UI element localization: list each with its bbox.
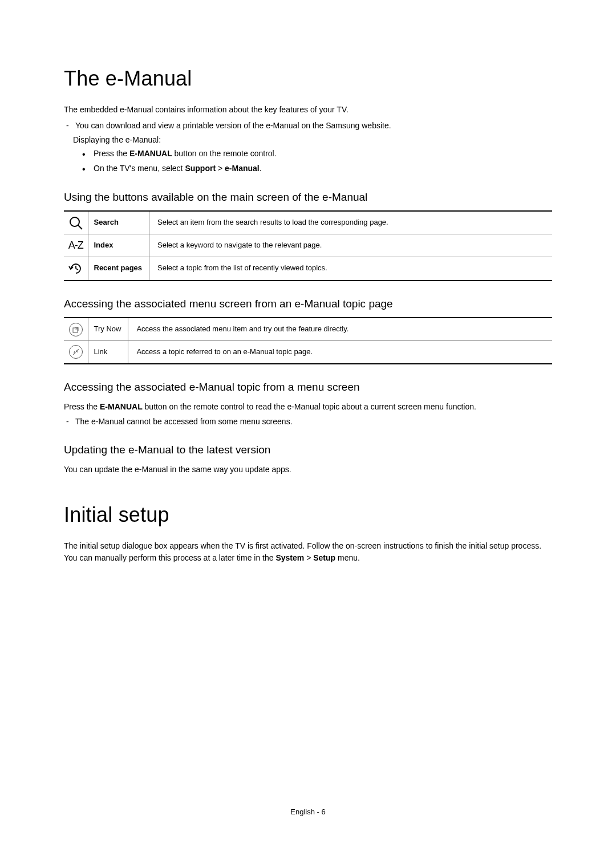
svg-line-3 bbox=[76, 269, 78, 270]
heading-accessing-menu: Accessing the associated menu screen fro… bbox=[64, 296, 552, 312]
row-label: Try Now bbox=[88, 318, 128, 340]
table-topic-actions: Try Now Access the associated menu item … bbox=[64, 317, 552, 364]
bullet-press: Press the E-MANUAL button on the remote … bbox=[82, 148, 552, 159]
updating-paragraph: You can update the e-Manual in the same … bbox=[64, 464, 552, 475]
row-desc: Select an item from the search results t… bbox=[149, 211, 552, 234]
index-icon: A-Z bbox=[64, 234, 88, 257]
bold-emanual: E-MANUAL bbox=[129, 149, 172, 158]
access-paragraph: Press the E-MANUAL button on the remote … bbox=[64, 401, 552, 412]
intro-text: The embedded e-Manual contains informati… bbox=[64, 104, 552, 115]
heading-accessing-topic: Accessing the associated e-Manual topic … bbox=[64, 379, 552, 395]
table-main-buttons: Search Select an item from the search re… bbox=[64, 210, 552, 281]
table-row: A-Z Index Select a keyword to navigate t… bbox=[64, 234, 552, 257]
bullet-menu: On the TV's menu, select Support > e-Man… bbox=[82, 163, 552, 174]
text: button on the remote control. bbox=[172, 149, 277, 158]
row-label: Link bbox=[88, 341, 128, 364]
text: menu. bbox=[335, 553, 360, 562]
displaying-line: Displaying the e-Manual: bbox=[64, 134, 552, 145]
dash-item-download: You can download and view a printable ve… bbox=[66, 120, 552, 131]
row-desc: Select a topic from the list of recently… bbox=[149, 257, 552, 281]
bold-emanual-menu: e-Manual bbox=[225, 164, 260, 173]
page-footer: English - 6 bbox=[0, 807, 616, 818]
table-row: Recent pages Select a topic from the lis… bbox=[64, 257, 552, 281]
heading-using-buttons: Using the buttons available on the main … bbox=[64, 189, 552, 205]
text: button on the remote control to read the… bbox=[143, 402, 476, 411]
bullet-list: Press the E-MANUAL button on the remote … bbox=[64, 148, 552, 175]
dash-list: You can download and view a printable ve… bbox=[64, 120, 552, 131]
bold-support: Support bbox=[185, 164, 216, 173]
row-label: Recent pages bbox=[88, 257, 149, 281]
svg-point-0 bbox=[70, 217, 79, 226]
table-row: Link Access a topic referred to on an e-… bbox=[64, 341, 552, 364]
row-desc: Access a topic referred to on an e-Manua… bbox=[128, 341, 552, 364]
dash-item-cannot: The e-Manual cannot be accessed from som… bbox=[66, 416, 552, 427]
table-row: Try Now Access the associated menu item … bbox=[64, 318, 552, 340]
text: > bbox=[304, 553, 313, 562]
bold-setup: Setup bbox=[313, 553, 335, 562]
search-icon bbox=[64, 211, 88, 234]
text: Press the bbox=[64, 402, 100, 411]
initial-paragraph: The initial setup dialogue box appears w… bbox=[64, 540, 552, 563]
try-now-icon bbox=[64, 318, 88, 340]
table-row: Search Select an item from the search re… bbox=[64, 211, 552, 234]
row-label: Index bbox=[88, 234, 149, 257]
bold-emanual: E-MANUAL bbox=[100, 402, 143, 411]
heading-initial-setup: Initial setup bbox=[64, 500, 552, 530]
bold-system: System bbox=[275, 553, 304, 562]
text: > bbox=[216, 164, 225, 173]
text: On the TV's menu, select bbox=[94, 164, 185, 173]
recent-icon bbox=[64, 257, 88, 281]
row-desc: Access the associated menu item and try … bbox=[128, 318, 552, 340]
svg-line-1 bbox=[78, 225, 82, 229]
text: . bbox=[260, 164, 262, 173]
dash-list: The e-Manual cannot be accessed from som… bbox=[64, 416, 552, 427]
link-icon bbox=[64, 341, 88, 364]
row-desc: Select a keyword to navigate to the rele… bbox=[149, 234, 552, 257]
heading-emanual: The e-Manual bbox=[64, 64, 552, 94]
text: Press the bbox=[94, 149, 129, 158]
row-label: Search bbox=[88, 211, 149, 234]
heading-updating: Updating the e-Manual to the latest vers… bbox=[64, 442, 552, 458]
